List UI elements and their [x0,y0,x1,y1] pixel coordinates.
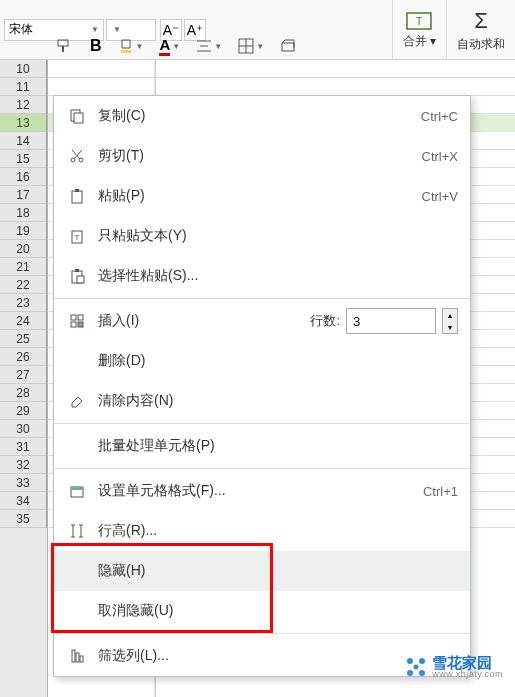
row-header[interactable]: 13 [0,114,47,132]
svg-rect-37 [72,650,75,662]
svg-point-42 [407,670,413,676]
cell-icon [280,38,296,54]
row-header[interactable]: 25 [0,330,47,348]
row-header[interactable]: 31 [0,438,47,456]
svg-rect-1 [62,46,64,52]
paste-special-icon [66,265,88,287]
svg-rect-25 [71,315,76,320]
row-header[interactable]: 22 [0,276,47,294]
watermark: 雪花家园 www.xhjaty.com [404,655,503,679]
row-header[interactable]: 30 [0,420,47,438]
svg-rect-30 [71,487,83,490]
svg-rect-39 [80,656,83,662]
font-color-button[interactable]: A ▼ [155,34,184,58]
row-header[interactable]: 28 [0,384,47,402]
watermark-url: www.xhjaty.com [432,670,503,679]
bold-button[interactable]: B [86,34,106,58]
row-header[interactable]: 21 [0,258,47,276]
context-menu: 复制(C) Ctrl+C 剪切(T) Ctrl+X 粘贴(P) Ctrl+V T… [53,95,471,677]
menu-separator [54,468,470,469]
fill-color-button[interactable]: ▼ [114,34,148,58]
menu-unhide[interactable]: 取消隐藏(U) [54,591,470,631]
toolbar: 宋体 ▼ ▼ A⁻ A⁺ B ▼ A ▼ ▼ [0,0,515,60]
menu-delete[interactable]: 删除(D) [54,341,470,381]
watermark-title: 雪花家园 [432,655,503,670]
rows-count-label: 行数: [310,312,340,330]
chevron-down-icon: ▼ [91,25,99,34]
format-painter-button[interactable] [52,34,78,58]
row-header[interactable]: 24 [0,312,47,330]
menu-cut[interactable]: 剪切(T) Ctrl+X [54,136,470,176]
row-header[interactable]: 15 [0,150,47,168]
menu-row-height[interactable]: 行高(R)... [54,511,470,551]
menu-separator [54,423,470,424]
row-header[interactable]: 29 [0,402,47,420]
rows-count-input[interactable] [346,308,436,334]
menu-insert[interactable]: 插入(I) 行数: ▲ ▼ [54,301,470,341]
spin-down-button[interactable]: ▼ [443,321,457,333]
rows-count-spinner[interactable]: ▲ ▼ [442,308,458,334]
row-header[interactable]: 32 [0,456,47,474]
svg-rect-18 [72,191,82,203]
row-header[interactable]: 11 [0,78,47,96]
menu-paste-special[interactable]: 选择性粘贴(S)... [54,256,470,296]
borders-button[interactable]: ▼ [234,34,268,58]
menu-batch[interactable]: 批量处理单元格(P) [54,426,470,466]
svg-rect-13 [74,113,83,123]
row-header[interactable]: 34 [0,492,47,510]
chevron-down-icon: ▼ [256,42,264,51]
row-header[interactable]: 17 [0,186,47,204]
row-header[interactable]: 16 [0,168,47,186]
spin-up-button[interactable]: ▲ [443,309,457,321]
svg-rect-26 [78,315,83,320]
sigma-icon: Σ [474,8,488,34]
menu-clear[interactable]: 清除内容(N) [54,381,470,421]
grid-row[interactable] [48,78,515,96]
autosum-button[interactable]: Σ 自动求和 [446,0,515,60]
row-header[interactable]: 27 [0,366,47,384]
merge-button[interactable]: T 合并 ▾ [392,0,446,60]
svg-rect-28 [78,322,83,327]
eraser-icon [66,390,88,412]
row-header[interactable]: 20 [0,240,47,258]
row-header[interactable]: 12 [0,96,47,114]
menu-paste-text[interactable]: T 只粘贴文本(Y) [54,216,470,256]
svg-point-44 [414,665,419,670]
chevron-down-icon: ▼ [214,42,222,51]
menu-paste[interactable]: 粘贴(P) Ctrl+V [54,176,470,216]
svg-point-40 [407,658,413,664]
border-icon [238,38,254,54]
insert-icon [66,310,88,332]
svg-rect-0 [58,40,68,46]
filter-icon [66,645,88,667]
snowflake-icon [404,655,428,679]
row-header[interactable]: 35 [0,510,47,528]
format-icon [66,480,88,502]
row-header[interactable]: 10 [0,60,47,78]
menu-separator [54,298,470,299]
row-header[interactable]: 14 [0,132,47,150]
svg-point-41 [419,658,425,664]
row-header[interactable]: 26 [0,348,47,366]
merge-icon: T [405,11,433,31]
menu-hide[interactable]: 隐藏(H) [54,551,470,591]
row-header[interactable]: 23 [0,294,47,312]
svg-rect-38 [76,653,79,662]
menu-format-cells[interactable]: 设置单元格格式(F)... Ctrl+1 [54,471,470,511]
paste-icon [66,185,88,207]
align-button[interactable]: ▼ [192,34,226,58]
svg-rect-27 [71,322,76,327]
grid-row[interactable] [48,60,515,78]
scissors-icon [66,145,88,167]
svg-point-43 [419,670,425,676]
menu-copy[interactable]: 复制(C) Ctrl+C [54,96,470,136]
svg-rect-24 [77,276,84,283]
svg-rect-23 [75,269,79,272]
cell-style-button[interactable] [276,34,300,58]
row-header[interactable]: 18 [0,204,47,222]
row-headers-column: 1011121314151617181920212223242526272829… [0,60,48,697]
svg-rect-19 [75,189,79,192]
paste-text-icon: T [66,225,88,247]
row-header[interactable]: 33 [0,474,47,492]
row-header[interactable]: 19 [0,222,47,240]
